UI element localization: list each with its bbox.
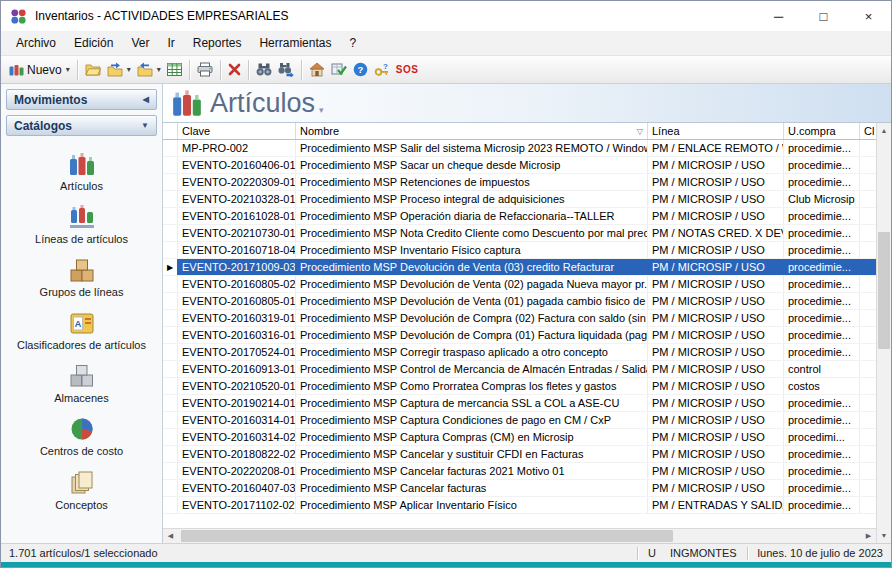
cell-ucompra[interactable]: procedimie...	[784, 174, 860, 190]
cell-cl[interactable]	[860, 463, 876, 479]
table-row[interactable]: EVENTO-20160805-01Procedimiento MSP Devo…	[163, 293, 876, 310]
cell-nombre[interactable]: Procedimiento MSP Nota Credito Cliente c…	[296, 225, 648, 241]
cell-cl[interactable]	[860, 344, 876, 360]
cell-linea[interactable]: PM / MICROSIP / USO	[648, 327, 784, 343]
cell-clave[interactable]: EVENTO-20171102-02	[178, 497, 296, 513]
maximize-button[interactable]: □	[801, 1, 846, 31]
cell-nombre[interactable]: Procedimiento MSP Cancelar facturas	[296, 480, 648, 496]
cell-cl[interactable]	[860, 395, 876, 411]
cell-linea[interactable]: PM / MICROSIP / USO	[648, 310, 784, 326]
cell-clave[interactable]: EVENTO-20170524-01	[178, 344, 296, 360]
cell-clave[interactable]: EVENTO-20210730-01	[178, 225, 296, 241]
cell-clave[interactable]: EVENTO-20160314-01	[178, 412, 296, 428]
cell-linea[interactable]: PM / MICROSIP / USO	[648, 446, 784, 462]
horizontal-scroll-track[interactable]	[178, 529, 861, 543]
sidebar-item-lineas-de-articulos[interactable]: Líneas de artículos	[1, 199, 162, 252]
table-row[interactable]: EVENTO-20220309-01Procedimiento MSP Rete…	[163, 174, 876, 191]
cell-ucompra[interactable]: procedimie...	[784, 344, 860, 360]
sos-button[interactable]: SOS	[393, 62, 422, 77]
minimize-button[interactable]: ─	[756, 1, 801, 31]
cell-cl[interactable]	[860, 191, 876, 207]
cell-clave[interactable]: EVENTO-20160316-01	[178, 327, 296, 343]
cell-linea[interactable]: PM / MICROSIP / USO	[648, 378, 784, 394]
menu-item-archivo[interactable]: Archivo	[7, 33, 65, 53]
cell-cl[interactable]	[860, 412, 876, 428]
cell-nombre[interactable]: Procedimiento MSP Captura de mercancia S…	[296, 395, 648, 411]
cell-nombre[interactable]: Procedimiento MSP Sacar un cheque desde …	[296, 157, 648, 173]
cell-cl[interactable]	[860, 259, 876, 275]
cell-nombre[interactable]: Procedimiento MSP Proceso integral de ad…	[296, 191, 648, 207]
menu-item-edicion[interactable]: Edición	[65, 33, 122, 53]
apply-check-button[interactable]	[328, 60, 350, 79]
table-row[interactable]: EVENTO-20161028-01Procedimiento MSP Oper…	[163, 208, 876, 225]
cell-linea[interactable]: PM / MICROSIP / USO	[648, 276, 784, 292]
cell-clave[interactable]: EVENTO-20210520-01	[178, 378, 296, 394]
table-row[interactable]: EVENTO-20160913-01Procedimiento MSP Cont…	[163, 361, 876, 378]
cell-cl[interactable]	[860, 293, 876, 309]
menu-item-reportes[interactable]: Reportes	[184, 33, 251, 53]
column-header-ucompra[interactable]: U.compra	[784, 123, 860, 139]
cell-nombre[interactable]: Procedimiento MSP Devolución de Venta (0…	[296, 293, 648, 309]
menu-item-herramientas[interactable]: Herramientas	[250, 33, 340, 53]
cell-clave[interactable]: EVENTO-20220208-01	[178, 463, 296, 479]
table-row[interactable]: EVENTO-20160805-02Procedimiento MSP Devo…	[163, 276, 876, 293]
search-button[interactable]	[253, 60, 275, 79]
home-button[interactable]	[306, 60, 328, 79]
cell-ucompra[interactable]: Club Microsip	[784, 191, 860, 207]
cell-cl[interactable]	[860, 497, 876, 513]
cell-linea[interactable]: PM / MICROSIP / USO	[648, 174, 784, 190]
table-row[interactable]: EVENTO-20160314-02Procedimiento MSP Capt…	[163, 429, 876, 446]
cell-clave[interactable]: EVENTO-20220309-01	[178, 174, 296, 190]
cell-ucompra[interactable]: costos	[784, 378, 860, 394]
vertical-scroll-track[interactable]	[877, 138, 891, 528]
column-header-clave[interactable]: Clave	[178, 123, 296, 139]
grid-view-button[interactable]	[164, 60, 185, 79]
cell-linea[interactable]: PM / MICROSIP / USO	[648, 412, 784, 428]
cell-cl[interactable]	[860, 225, 876, 241]
open-button[interactable]	[82, 60, 104, 79]
cell-linea[interactable]: PM / MICROSIP / USO	[648, 429, 784, 445]
vertical-scroll-thumb[interactable]	[878, 232, 890, 349]
cell-clave[interactable]: EVENTO-20160407-03	[178, 480, 296, 496]
scroll-up-icon[interactable]: ▲	[877, 123, 891, 138]
column-header-linea[interactable]: Línea	[648, 123, 784, 139]
menu-item-ir[interactable]: Ir	[158, 33, 183, 53]
cell-cl[interactable]	[860, 361, 876, 377]
vertical-scrollbar[interactable]: ▲ ▼	[876, 123, 891, 543]
cell-nombre[interactable]: Procedimiento MSP Aplicar Inventario Fís…	[296, 497, 648, 513]
cell-linea[interactable]: PM / MICROSIP / USO	[648, 293, 784, 309]
table-row[interactable]: EVENTO-20170524-01Procedimiento MSP Corr…	[163, 344, 876, 361]
cell-nombre[interactable]: Procedimiento MSP Control de Mercancia d…	[296, 361, 648, 377]
cell-ucompra[interactable]: procedimie...	[784, 157, 860, 173]
cell-linea[interactable]: PM / MICROSIP / USO	[648, 480, 784, 496]
cell-cl[interactable]	[860, 276, 876, 292]
cell-ucompra[interactable]: procedimie...	[784, 480, 860, 496]
table-row[interactable]: MP-PRO-002Procedimiento MSP Salir del si…	[163, 140, 876, 157]
title-dropdown-icon[interactable]: ▾	[319, 105, 324, 115]
cell-cl[interactable]	[860, 174, 876, 190]
sidebar-item-clasificadores-de-articulos[interactable]: A Clasificadores de artículos	[1, 305, 162, 358]
cell-nombre[interactable]: Procedimiento MSP Corregir traspaso apli…	[296, 344, 648, 360]
cell-nombre[interactable]: Procedimiento MSP Devolución de Venta (0…	[296, 276, 648, 292]
scroll-left-icon[interactable]: ◀	[163, 529, 178, 543]
cell-nombre[interactable]: Procedimiento MSP Cancelar facturas 2021…	[296, 463, 648, 479]
cell-ucompra[interactable]: procedimie...	[784, 446, 860, 462]
cell-ucompra[interactable]: procedimie...	[784, 242, 860, 258]
cell-cl[interactable]	[860, 140, 876, 156]
cell-clave[interactable]: EVENTO-20160805-02	[178, 276, 296, 292]
cell-cl[interactable]	[860, 327, 876, 343]
cell-clave[interactable]: MP-PRO-002	[178, 140, 296, 156]
sidebar-item-conceptos[interactable]: Conceptos	[1, 465, 162, 518]
cell-linea[interactable]: PM / NOTAS CRED. X DEV...	[648, 225, 784, 241]
cell-nombre[interactable]: Procedimiento MSP Operación diaria de Re…	[296, 208, 648, 224]
table-row[interactable]: EVENTO-20190214-01Procedimiento MSP Capt…	[163, 395, 876, 412]
cell-nombre[interactable]: Procedimiento MSP Retenciones de impuest…	[296, 174, 648, 190]
cell-linea[interactable]: PM / ENLACE REMOTO / W...	[648, 140, 784, 156]
cell-linea[interactable]: PM / MICROSIP / USO	[648, 395, 784, 411]
cell-ucompra[interactable]: procedimie...	[784, 225, 860, 241]
cell-nombre[interactable]: Procedimiento MSP Captura Compras (CM) e…	[296, 429, 648, 445]
cell-clave[interactable]: EVENTO-20160913-01	[178, 361, 296, 377]
cell-cl[interactable]	[860, 157, 876, 173]
cell-linea[interactable]: PM / MICROSIP / USO	[648, 259, 784, 275]
cell-cl[interactable]	[860, 310, 876, 326]
